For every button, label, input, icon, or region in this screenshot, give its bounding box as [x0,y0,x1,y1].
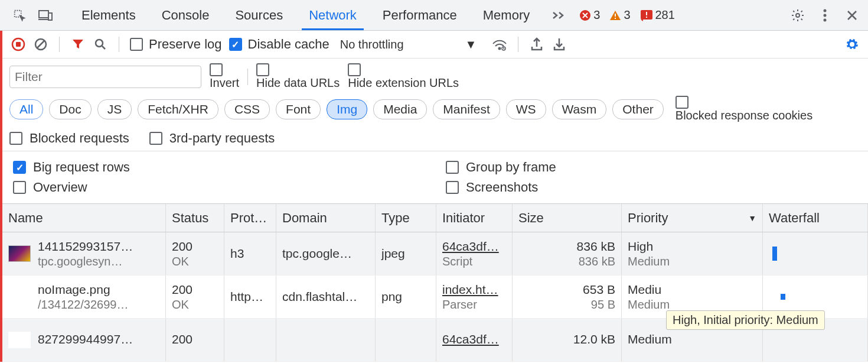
tab-performance[interactable]: Performance [370,0,470,30]
initiator-link[interactable]: 64ca3df… [442,332,506,346]
chip-fetch-xhr[interactable]: Fetch/XHR [138,99,218,119]
blocked-requests-checkbox[interactable] [9,132,22,145]
device-toolbar-icon[interactable] [38,8,53,23]
issues-count[interactable]: 281 [640,8,675,22]
blocked-requests-option[interactable]: Blocked requests [9,131,129,146]
hide-data-urls-option[interactable]: Hide data URLs [256,63,340,90]
chip-js[interactable]: JS [97,99,132,119]
throttling-select[interactable]: No throttling ▼ [340,38,477,51]
clear-icon[interactable] [33,37,48,52]
inspect-element-icon[interactable] [12,8,27,23]
col-priority[interactable]: Priority▼ [622,204,763,232]
issues-icon [640,9,653,21]
svg-rect-8 [646,17,647,18]
export-har-icon[interactable] [529,37,544,52]
third-party-option[interactable]: 3rd-party requests [149,131,275,146]
overview-label: Overview [33,180,87,195]
table-body: 141152993157…tpc.googlesyn… 200OK h3 tpc… [2,232,868,362]
hide-extension-urls-checkbox[interactable] [348,63,361,76]
big-rows-checkbox[interactable] [13,161,26,174]
col-protocol[interactable]: Prot… [224,204,276,232]
initiator-link[interactable]: 64ca3df… [442,239,506,254]
blocked-cookies-option[interactable]: Blocked response cookies [676,96,812,122]
overview-checkbox[interactable] [13,181,26,194]
priority-value: Medium [628,332,756,346]
chip-all[interactable]: All [9,99,43,119]
initiator-type: Parser [442,298,506,312]
kebab-menu-icon[interactable] [817,8,833,23]
third-party-checkbox[interactable] [149,132,162,145]
errors-count[interactable]: 3 [579,8,600,22]
settings-gear-icon[interactable] [790,8,805,23]
thumbnail-icon [8,289,31,305]
invert-checkbox[interactable] [210,63,223,76]
screenshots-option[interactable]: Screenshots [446,177,857,197]
panel-tabs: Elements Console Sources Network Perform… [68,0,543,30]
initiator-link[interactable]: index.ht… [442,283,506,297]
network-conditions-icon[interactable] [492,37,507,52]
chip-doc[interactable]: Doc [49,99,91,119]
warning-icon [609,9,621,21]
chip-ws[interactable]: WS [506,99,546,119]
chip-other[interactable]: Other [612,99,664,119]
priority-value: Mediu [628,283,756,297]
col-waterfall[interactable]: Waterfall [763,204,868,232]
tab-sources[interactable]: Sources [222,0,296,30]
request-path: tpc.googlesyn… [38,255,133,268]
col-size[interactable]: Size [513,204,622,232]
preserve-log-option[interactable]: Preserve log [130,37,222,52]
col-name[interactable]: Name [2,204,166,232]
blocked-requests-label: Blocked requests [30,131,129,146]
warnings-count[interactable]: 3 [609,8,630,22]
search-icon[interactable] [93,37,108,52]
col-domain[interactable]: Domain [276,204,376,232]
chip-css[interactable]: CSS [224,99,270,119]
initiator-type: Script [442,255,506,268]
disable-cache-option[interactable]: Disable cache [229,37,329,52]
close-devtools-icon[interactable] [844,8,860,23]
filter-input[interactable] [9,66,201,88]
filter-bar: Invert Hide data URLs Hide extension URL… [2,59,868,90]
chip-img[interactable]: Img [327,99,367,119]
hide-extension-urls-option[interactable]: Hide extension URLs [348,63,459,90]
tab-network[interactable]: Network [296,0,370,30]
col-status[interactable]: Status [166,204,224,232]
disable-cache-checkbox[interactable] [229,38,242,51]
request-name: noImage.png [38,283,128,297]
preserve-log-checkbox[interactable] [130,38,143,51]
initial-priority: Medium [628,255,756,268]
col-type[interactable]: Type [376,204,436,232]
invert-option[interactable]: Invert [210,63,239,90]
group-by-frame-checkbox[interactable] [446,161,459,174]
chip-wasm[interactable]: Wasm [552,99,607,119]
big-rows-option[interactable]: Big request rows [13,157,425,177]
chip-font[interactable]: Font [276,99,321,119]
group-by-frame-option[interactable]: Group by frame [446,157,857,177]
filter-funnel-icon[interactable] [70,37,86,52]
tab-memory[interactable]: Memory [470,0,543,30]
svg-rect-1 [39,11,48,18]
col-initiator[interactable]: Initiator [436,204,513,232]
import-har-icon[interactable] [552,37,567,52]
network-settings-gear-icon[interactable] [844,37,860,52]
hide-data-urls-checkbox[interactable] [256,63,269,76]
svg-rect-7 [646,12,647,15]
group-by-frame-label: Group by frame [466,160,556,175]
tab-console[interactable]: Console [149,0,223,30]
blocked-cookies-checkbox[interactable] [676,96,688,109]
request-path: /134122/32699… [38,298,128,312]
record-button[interactable] [11,37,26,52]
protocol-cell: h3 [224,232,276,275]
table-row[interactable]: 141152993157…tpc.googlesyn… 200OK h3 tpc… [2,232,868,276]
hide-data-urls-label: Hide data URLs [256,76,340,89]
chip-media[interactable]: Media [373,99,427,119]
more-tabs-icon[interactable] [550,6,569,25]
tab-elements[interactable]: Elements [68,0,149,30]
error-icon [579,9,591,21]
resource-type-filters: All Doc JS Fetch/XHR CSS Font Img Media … [2,90,868,127]
chip-manifest[interactable]: Manifest [433,99,500,119]
transfer-size: 836 kB [577,239,615,254]
screenshots-checkbox[interactable] [446,181,459,194]
priority-tooltip: High, Initial priority: Medium [666,310,825,330]
overview-option[interactable]: Overview [13,177,425,197]
